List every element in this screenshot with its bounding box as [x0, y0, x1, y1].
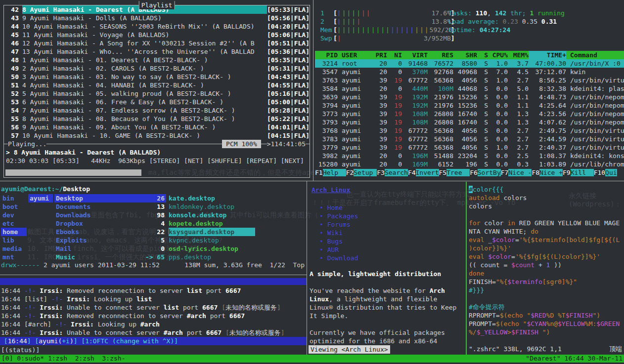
column-header-user[interactable]: USER: [338, 51, 371, 59]
process-row[interactable]: 3547ayumi200370M9276840968S7.04.537:12.0…: [315, 68, 624, 76]
playlist-row[interactable]: 569 Ayumi Hamasaki - 09. About You (A BE…: [4, 123, 310, 131]
nav-link-aur[interactable]: • AUR: [319, 245, 358, 254]
dir-item[interactable]: home: [1, 228, 27, 236]
file-item[interactable]: konsole.desktop: [167, 211, 306, 219]
nav-link-home[interactable]: • Home: [319, 203, 358, 212]
process-row[interactable]: 3768ayumi391967772563684056S0.02.72:49.7…: [315, 126, 624, 135]
screen-window-list[interactable]: [0] 0:sudo* 1:zsh 2:zsh 3:zsh-: [1, 355, 125, 363]
nav-link-download[interactable]: • Download: [319, 254, 358, 262]
nav-link-bugs[interactable]: • Bugs: [319, 237, 358, 245]
file-item[interactable]: osd-lyrics.desktop: [167, 244, 306, 253]
code-line[interactable]: %/$_YELLOW>$FINISH "): [469, 328, 623, 336]
fkey-f3[interactable]: F3Search: [377, 168, 408, 177]
playlist-row[interactable]: 503 Ayumi Hamasaki - 03. No way to say (…: [4, 73, 310, 81]
code-line[interactable]: FINISH="%{$terminfo[sgr0]%}": [469, 278, 623, 286]
code-line[interactable]: eval $color='%{$fg[${(L)color}]%}': [469, 252, 623, 261]
code-line[interactable]: #color{{{: [469, 185, 623, 194]
dir-item[interactable]: ayumi: [28, 194, 53, 202]
file-item[interactable]: kopete.desktop: [167, 219, 306, 228]
code-line[interactable]: for color in RED GREEN YELLOW BLUE MAGE: [469, 219, 623, 227]
code-line[interactable]: #}}}: [469, 286, 623, 294]
dir-item[interactable]: Ebooks22: [54, 228, 166, 236]
fkey-f9[interactable]: F9Kill: [563, 168, 594, 177]
dir-item[interactable]: dev: [1, 211, 27, 219]
code-line[interactable]: done: [469, 269, 623, 278]
playlist-row[interactable]: 4511 Ayumi Hamasaki - Voyage (A BALLADS)…: [4, 31, 310, 39]
dir-item[interactable]: Exploits5: [54, 236, 166, 244]
dir-item[interactable]: boot: [1, 202, 27, 211]
playlist-row[interactable]: 4713 Ayumi Hamasaki - Who... ''Across th…: [4, 47, 310, 56]
playlist-row[interactable]: 439 Ayumi Hamasaki - Dolls (A BALLADS)[0…: [4, 14, 310, 22]
code-line[interactable]: )color}]%}': [469, 244, 623, 252]
playlist-row[interactable]: 536 Ayumi Hamasaki - 06. Free & Easy (A …: [4, 98, 310, 106]
column-header-cpu[interactable]: CPU%: [488, 51, 508, 59]
code-line[interactable]: (( count = $count + 1 )): [469, 261, 623, 269]
dir-item[interactable]: Desktop26: [54, 194, 166, 202]
process-row[interactable]: 15280ayumi200169M6152196S0.00.31:03.89/u…: [315, 160, 624, 168]
code-line[interactable]: PROMPT=$(echo "$CYAN%n@$YELLOW%M:$GREEN: [469, 320, 623, 328]
vim-pane[interactable]: #color{{{autoload colorscolorsfor color …: [466, 182, 624, 355]
dir-item[interactable]: Music-> 65: [54, 253, 166, 261]
dir-item[interactable]: Downloads98: [54, 211, 166, 219]
file-item[interactable]: kvpnc.desktop: [167, 236, 306, 244]
nav-link-forums[interactable]: • Forums: [319, 220, 358, 229]
process-row[interactable]: 3214root20091468765728580S1.03.747:00.30…: [315, 59, 624, 68]
code-line[interactable]: NTA CYAN WHITE; do: [469, 227, 623, 236]
fkey-f1[interactable]: F1Help: [315, 168, 346, 177]
process-row[interactable]: 3639ayumi3919192M2197615236S0.01.14:48.7…: [315, 93, 624, 101]
archlinux-heading-link[interactable]: Arch Linux: [312, 186, 350, 194]
fkey-f2[interactable]: F2Setup: [346, 168, 377, 177]
process-row[interactable]: 3773ayumi3919108M2680816740S0.01.34:23.5…: [315, 110, 624, 118]
dir-item[interactable]: etc: [1, 219, 27, 228]
column-header-pri[interactable]: PRI: [371, 51, 387, 59]
file-item[interactable]: kate.desktop: [167, 194, 306, 202]
code-line[interactable]: autoload colors: [469, 194, 623, 202]
playlist-row[interactable]: 492 Ayumi Hamasaki - 02. CAROLS (A BEST2…: [4, 64, 310, 73]
code-line[interactable]: [469, 294, 623, 303]
playlist-row[interactable]: 514 Ayumi Hamasaki - 04. HANABI (A BEST2…: [4, 81, 310, 89]
file-item[interactable]: pps.desktop: [167, 253, 306, 261]
dir-item[interactable]: lib: [1, 236, 27, 244]
fkey-f4[interactable]: F4Invert: [408, 168, 439, 177]
code-line[interactable]: colors: [469, 202, 623, 210]
playlist-row[interactable]: 4612 Ayumi Hamasaki - A Song for XX ''03…: [4, 39, 310, 47]
column-header-res[interactable]: RES: [428, 51, 453, 59]
process-row[interactable]: 3584ayumi200440M100M44068S0.05.08:32.38k…: [315, 84, 624, 93]
playlist-row[interactable]: 5710 Ayumi Hamasaki - 10. GAME (A BEST2-…: [4, 131, 310, 140]
pcm-volume[interactable]: PCM 100%: [222, 140, 261, 148]
process-row[interactable]: 3794ayumi3919192M2197615236S0.01.14:25.6…: [315, 101, 624, 110]
code-line[interactable]: eval _$color='%{$terminfo[bold]$fg[${(L: [469, 236, 623, 244]
fkey-f7[interactable]: F7Nice -: [501, 168, 532, 177]
column-header-pid[interactable]: PID: [315, 51, 338, 59]
process-row[interactable]: 3783ayumi391967772563684056S0.02.72:44.5…: [315, 135, 624, 143]
code-line[interactable]: [469, 210, 623, 219]
fkey-f6[interactable]: F6SortBy: [470, 168, 501, 177]
seek-bar[interactable]: [5, 169, 307, 176]
process-row[interactable]: 3982ayumi200196M5148823204S0.02.51:08.37…: [315, 152, 624, 160]
fkey-f8[interactable]: F8Nice +: [532, 168, 563, 177]
playlist-row[interactable]: 481 Ayumi Hamasaki - 01. Dearest (A BEST…: [4, 56, 310, 64]
column-header-time[interactable]: TIME+: [529, 51, 566, 59]
process-table-header[interactable]: PIDUSERPRINIVIRTRESSHRSCPU%MEM%TIME+Comm…: [315, 51, 624, 59]
playlist-row[interactable]: 547 Ayumi Hamasaki - 07. Endless sorrow …: [4, 106, 310, 115]
dir-item[interactable]: Documents13: [54, 202, 166, 211]
dir-item[interactable]: media: [1, 244, 27, 253]
playlist-row[interactable]: 4410 Ayumi Hamasaki - SEASONS ''2003 ReB…: [4, 22, 310, 31]
playlist-row[interactable]: 525 Ayumi Hamasaki - 05. walking proud (…: [4, 89, 310, 98]
dir-item[interactable]: Dropbox4: [54, 219, 166, 228]
nav-link-wiki[interactable]: • Wiki: [319, 229, 358, 237]
nav-link-packages[interactable]: • Packages: [319, 212, 358, 220]
column-header-command[interactable]: Command: [566, 51, 624, 59]
column-header-s[interactable]: S: [477, 51, 488, 59]
code-line[interactable]: RPROMPT=$(echo "$RED%D %T$FINISH"): [469, 311, 623, 320]
dir-item[interactable]: mnt: [1, 253, 27, 261]
column-header-virt[interactable]: VIRT: [402, 51, 428, 59]
process-row[interactable]: 3779ayumi391967772563684056S1.02.72:40.3…: [315, 143, 624, 152]
playlist-row[interactable]: 558 Ayumi Hamasaki - 08. Because of You …: [4, 115, 310, 123]
column-header-ni[interactable]: NI: [387, 51, 402, 59]
file-item[interactable]: ksysguard.desktop: [167, 228, 306, 236]
file-item[interactable]: kmldonkey.desktop: [167, 202, 306, 211]
fkey-f10[interactable]: F10Qui: [594, 168, 617, 177]
column-header-mem[interactable]: MEM%: [508, 51, 529, 59]
process-row[interactable]: 3763ayumi391967772563684056S1.02.78:56.2…: [315, 76, 624, 84]
